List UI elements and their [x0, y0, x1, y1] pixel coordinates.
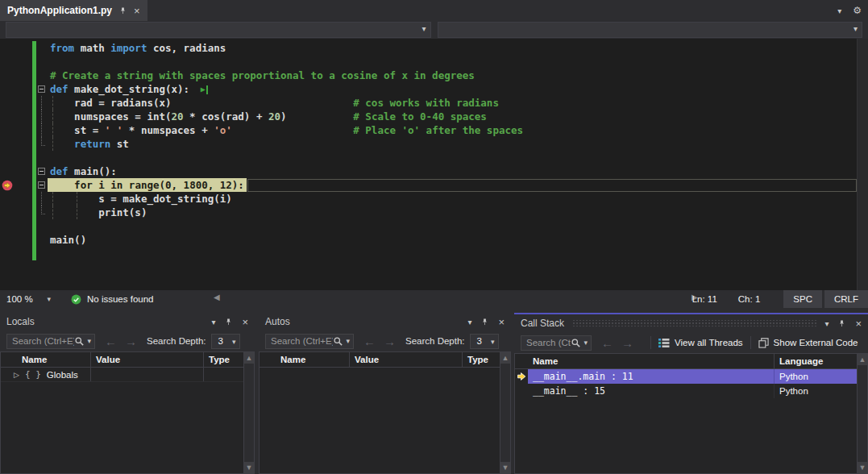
code-line[interactable]: st = ' ' * numspaces + 'o' # Place 'o' a…: [0, 123, 857, 137]
locals-title-bar[interactable]: Locals ▾ ×: [0, 313, 255, 331]
frame-name-cell[interactable]: __main__ : 15: [528, 384, 775, 398]
scroll-up-icon[interactable]: ▲: [858, 354, 867, 365]
member-dropdown[interactable]: ▾: [438, 22, 863, 38]
column-header-value[interactable]: Value: [91, 352, 204, 367]
type-dropdown[interactable]: ▾: [6, 22, 431, 38]
fold-margin[interactable]: [36, 206, 47, 219]
fold-margin[interactable]: [36, 96, 47, 110]
scroll-down-icon[interactable]: ▼: [858, 462, 867, 473]
breakpoint-margin[interactable]: [0, 123, 15, 137]
fold-collapse-icon[interactable]: [38, 181, 45, 189]
pin-icon[interactable]: [837, 319, 846, 328]
breakpoint-margin[interactable]: [0, 206, 15, 219]
column-header-value[interactable]: Value: [350, 352, 463, 367]
eol-toggle[interactable]: CRLF: [824, 290, 868, 308]
code-line[interactable]: def make_dot_string(x): ▶: [0, 82, 857, 96]
zoom-level-dropdown[interactable]: 100 %▾: [6, 290, 51, 308]
code-line[interactable]: print(s): [0, 206, 857, 219]
fold-margin[interactable]: [36, 55, 47, 69]
breakpoint-margin[interactable]: [0, 219, 15, 233]
breakpoint-margin[interactable]: [0, 137, 15, 151]
fold-margin[interactable]: [36, 233, 47, 247]
breakpoint-margin[interactable]: [0, 82, 15, 96]
code-line[interactable]: return st: [0, 137, 857, 151]
forward-arrow-icon[interactable]: →: [621, 336, 633, 350]
code-editor[interactable]: from math import cos, radians# Create a …: [0, 39, 868, 290]
column-header-language[interactable]: Language: [775, 354, 857, 368]
column-header-name[interactable]: Name: [528, 354, 775, 368]
callstack-frame-row[interactable]: __main__.main : 11Python: [515, 369, 857, 384]
issues-indicator[interactable]: No issues found: [71, 290, 153, 308]
variable-row[interactable]: ▷{ }Globals: [1, 368, 243, 382]
forward-arrow-icon[interactable]: →: [384, 335, 396, 348]
fold-collapse-icon[interactable]: [38, 85, 45, 93]
breakpoint-current-statement-icon[interactable]: [2, 180, 13, 191]
variable-name-cell[interactable]: ▷{ }Globals: [1, 368, 91, 381]
chevron-down-icon[interactable]: ▾: [584, 339, 588, 347]
fold-margin[interactable]: [36, 137, 47, 151]
call-stack-scrollbar[interactable]: ▲ ▼: [857, 354, 867, 473]
forward-arrow-icon[interactable]: →: [125, 335, 137, 348]
callstack-frame-row[interactable]: __main__ : 15Python: [515, 384, 857, 398]
code-line[interactable]: [0, 219, 857, 233]
locals-scrollbar[interactable]: ▲ ▼: [243, 352, 254, 473]
breakpoint-margin[interactable]: [0, 164, 15, 178]
breakpoint-margin[interactable]: [0, 178, 15, 192]
close-icon[interactable]: ×: [242, 316, 248, 328]
pin-icon[interactable]: [224, 318, 233, 326]
fold-margin[interactable]: [36, 164, 47, 178]
scroll-up-icon[interactable]: ▲: [500, 352, 510, 364]
code-line[interactable]: from math import cos, radians: [0, 41, 857, 55]
breakpoint-margin[interactable]: [0, 192, 15, 206]
pin-icon[interactable]: [118, 6, 127, 15]
fold-collapse-icon[interactable]: [38, 168, 45, 175]
close-icon[interactable]: ×: [134, 5, 140, 17]
breakpoint-margin[interactable]: [0, 233, 15, 247]
editor-vertical-scrollbar[interactable]: [857, 39, 868, 290]
breakpoint-margin[interactable]: [0, 247, 15, 260]
search-depth-dropdown[interactable]: 3▾: [211, 334, 240, 349]
code-line[interactable]: [0, 151, 857, 164]
autos-scrollbar[interactable]: ▲ ▼: [500, 352, 510, 473]
frame-language-cell[interactable]: Python: [775, 369, 857, 384]
search-input[interactable]: Search (Ctrl+E) ▾: [6, 334, 95, 349]
frame-name-cell[interactable]: __main__.main : 11: [528, 369, 775, 384]
search-depth-dropdown[interactable]: 3▾: [470, 334, 499, 349]
search-input[interactable]: Search (Ctrl+E) ▾: [521, 335, 592, 351]
fold-margin[interactable]: [36, 178, 47, 192]
column-header-name[interactable]: Name: [1, 352, 91, 367]
chevron-down-icon[interactable]: ▾: [346, 337, 350, 345]
close-icon[interactable]: ×: [855, 318, 862, 330]
breakpoint-margin[interactable]: [0, 110, 15, 123]
spaces-toggle[interactable]: SPC: [783, 290, 822, 308]
view-all-threads-button[interactable]: View all Threads: [658, 338, 743, 348]
code-line[interactable]: [0, 55, 857, 69]
scroll-down-icon[interactable]: ▼: [500, 462, 510, 473]
search-input[interactable]: Search (Ctrl+E) ▾: [265, 334, 354, 349]
fold-margin[interactable]: [36, 123, 47, 137]
expand-arrow-icon[interactable]: ▷: [14, 371, 19, 379]
scroll-down-icon[interactable]: ▼: [244, 462, 254, 473]
code-line[interactable]: rad = radians(x) # cos works with radian…: [0, 96, 857, 110]
code-line[interactable]: s = make_dot_string(i): [0, 192, 857, 206]
breakpoint-margin[interactable]: [0, 151, 15, 164]
breakpoint-margin[interactable]: [0, 96, 15, 110]
breakpoint-margin[interactable]: [0, 69, 15, 82]
column-header-type[interactable]: Type: [463, 352, 500, 367]
fold-margin[interactable]: [36, 41, 47, 55]
fold-margin[interactable]: [36, 192, 47, 206]
scroll-up-icon[interactable]: ▲: [244, 352, 254, 364]
close-icon[interactable]: ×: [498, 316, 505, 328]
show-external-code-button[interactable]: Show External Code: [758, 338, 858, 348]
back-arrow-icon[interactable]: ←: [601, 336, 613, 350]
breakpoint-margin[interactable]: [0, 55, 15, 69]
chevron-down-icon[interactable]: ▾: [87, 337, 91, 345]
column-header-name[interactable]: Name: [260, 352, 350, 367]
inline-run-icon[interactable]: ▶: [201, 82, 208, 96]
fold-margin[interactable]: [36, 82, 47, 96]
fold-margin[interactable]: [36, 151, 47, 164]
back-arrow-icon[interactable]: ←: [363, 335, 376, 348]
back-arrow-icon[interactable]: ←: [105, 335, 117, 348]
hscroll-left-arrow-icon[interactable]: ◀: [214, 293, 220, 301]
variable-type-cell[interactable]: [204, 368, 243, 381]
